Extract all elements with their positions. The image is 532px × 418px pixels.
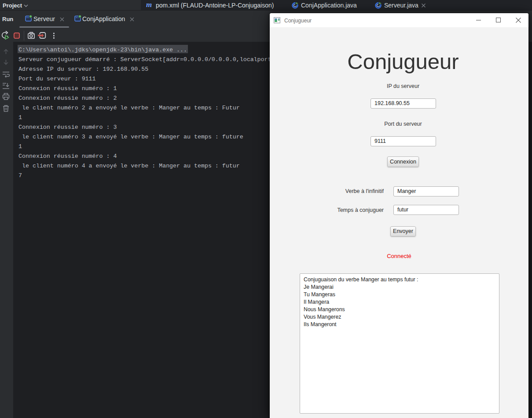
svg-text:m: m bbox=[146, 1, 152, 9]
